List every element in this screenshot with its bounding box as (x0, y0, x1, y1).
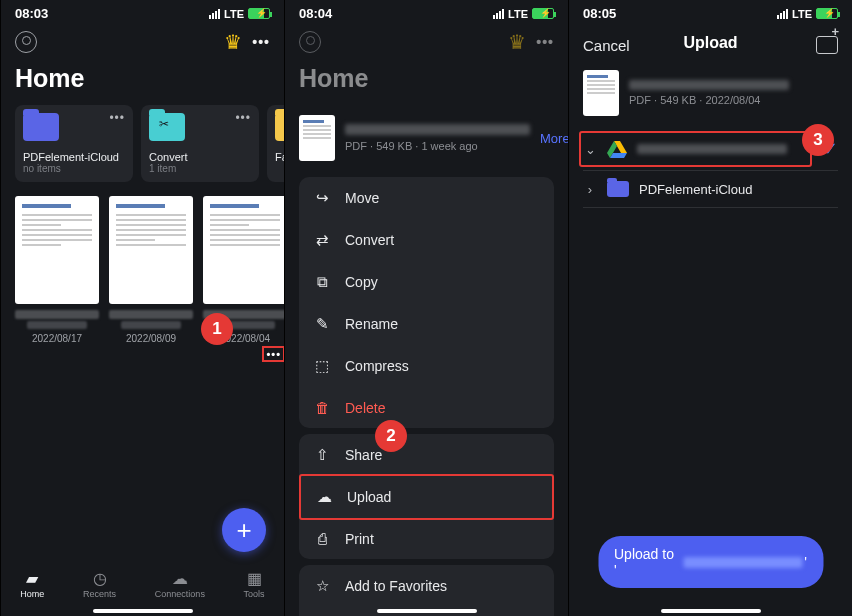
document-item[interactable]: 2022/08/17 (15, 196, 99, 362)
network-label: LTE (224, 8, 244, 20)
home-indicator[interactable] (93, 609, 193, 613)
file-thumbnail (299, 115, 335, 161)
copy-button[interactable]: ⧉Copy (299, 261, 554, 303)
action-menu-2: ⇧Share ☁Upload ⎙Print (299, 434, 554, 559)
share-button[interactable]: ⇧Share (299, 434, 554, 476)
status-bar: 08:04 LTE ⚡ (285, 0, 568, 24)
rename-button[interactable]: ✎Rename (299, 303, 554, 345)
upload-to-button[interactable]: Upload to '' (598, 536, 823, 588)
delete-button[interactable]: 🗑Delete (299, 387, 554, 428)
file-meta: PDF · 549 KB · 2022/08/04 (629, 94, 838, 106)
new-folder-icon[interactable] (816, 36, 838, 54)
clock: 08:03 (15, 6, 48, 21)
doc-more-button[interactable]: ••• (203, 344, 284, 362)
folder-icon (607, 181, 629, 197)
folder-more-icon[interactable]: ••• (109, 111, 125, 125)
convert-icon: ⇄ (313, 231, 331, 249)
favorite-button[interactable]: ☆Add to Favorites (299, 565, 554, 607)
action-menu-1: ↪Move ⇄Convert ⧉Copy ✎Rename ⬚Compress 🗑… (299, 177, 554, 428)
page-title: Home (1, 60, 284, 105)
status-indicators: LTE ⚡ (209, 8, 270, 20)
clock-icon: ◷ (90, 569, 110, 587)
share-icon: ⇧ (313, 446, 331, 464)
header: ♛ ••• (1, 24, 284, 60)
chevron-right-icon[interactable]: › (583, 182, 597, 197)
selected-file: PDF · 549 KB · 1 week ago More (285, 105, 568, 171)
folder-icon: ✂ (149, 113, 185, 141)
file-meta: PDF · 549 KB · 1 week ago (345, 140, 530, 152)
compress-button[interactable]: ⬚Compress (299, 345, 554, 387)
folder-grid: ••• PDFelement-iCloud no items ••• ✂ Con… (1, 105, 284, 192)
doc-thumbnail (203, 196, 284, 304)
folder-convert[interactable]: ••• ✂ Convert 1 item (141, 105, 259, 182)
battery-icon: ⚡ (248, 8, 270, 19)
tab-home[interactable]: ▰Home (20, 569, 44, 599)
upload-title: Upload (683, 34, 737, 52)
home-indicator[interactable] (377, 609, 477, 613)
doc-thumbnail (15, 196, 99, 304)
signal-icon (209, 9, 220, 19)
grid-icon: ▦ (244, 569, 264, 587)
status-indicators: LTE ⚡ (777, 8, 838, 20)
upload-button[interactable]: ☁Upload (299, 474, 554, 520)
file-thumbnail (583, 70, 619, 116)
page-title: Home (285, 60, 568, 105)
file-name-redacted (345, 124, 530, 135)
header-dimmed: ♛ ••• (285, 24, 568, 60)
home-indicator[interactable] (661, 609, 761, 613)
status-bar: 08:05 LTE ⚡ (569, 0, 852, 24)
upload-icon: ☁ (315, 488, 333, 506)
compress-icon: ⬚ (313, 357, 331, 375)
status-indicators: LTE ⚡ (493, 8, 554, 20)
doc-name-redacted (15, 310, 99, 319)
signal-icon (493, 9, 504, 19)
add-fab-button[interactable]: + (222, 508, 266, 552)
signal-icon (777, 9, 788, 19)
clock: 08:05 (583, 6, 616, 21)
print-icon: ⎙ (313, 530, 331, 547)
tab-tools[interactable]: ▦Tools (244, 569, 265, 599)
screen-3-upload: 08:05 LTE ⚡ Cancel Upload PDF · 549 KB ·… (568, 0, 852, 616)
folder-favorites[interactable]: Favori (267, 105, 284, 182)
move-button[interactable]: ↪Move (299, 177, 554, 219)
battery-icon: ⚡ (532, 8, 554, 19)
move-icon: ↪ (313, 189, 331, 207)
doc-name-redacted (109, 310, 193, 319)
status-bar: 08:03 LTE ⚡ (1, 0, 284, 24)
annotation-2: 2 (375, 420, 407, 452)
screen-1-home: 08:03 LTE ⚡ ♛ ••• Home ••• PDFelement-iC… (0, 0, 284, 616)
profile-icon (299, 31, 321, 53)
cloud-icon: ☁ (170, 569, 190, 587)
home-icon: ▰ (22, 569, 42, 587)
premium-icon: ♛ (508, 30, 526, 54)
doc-thumbnail (109, 196, 193, 304)
trash-icon: 🗑 (313, 399, 331, 416)
folder-pdfelement[interactable]: ••• PDFelement-iCloud no items (15, 105, 133, 182)
screen-2-actions: 08:04 LTE ⚡ ♛ ••• Home PDF · 549 KB · 1 … (284, 0, 568, 616)
destination-label: PDFelement-iCloud (639, 182, 752, 197)
profile-icon[interactable] (15, 31, 37, 53)
destination-redacted (683, 557, 802, 568)
rename-icon: ✎ (313, 315, 331, 333)
document-item[interactable]: 2022/08/09 (109, 196, 193, 362)
upload-header: Cancel Upload (569, 24, 852, 64)
more-icon: ••• (536, 34, 554, 50)
premium-icon[interactable]: ♛ (224, 30, 242, 54)
document-grid: 2022/08/17 2022/08/09 2022/08/04 ••• (1, 192, 284, 366)
tab-recents[interactable]: ◷Recents (83, 569, 116, 599)
folder-more-icon[interactable]: ••• (235, 111, 251, 125)
more-icon[interactable]: ••• (252, 34, 270, 50)
file-name-redacted (629, 80, 789, 90)
convert-button[interactable]: ⇄Convert (299, 219, 554, 261)
tab-connections[interactable]: ☁Connections (155, 569, 205, 599)
upload-file-row: PDF · 549 KB · 2022/08/04 (569, 64, 852, 128)
clock: 08:04 (299, 6, 332, 21)
cancel-button[interactable]: Cancel (583, 37, 630, 54)
print-button[interactable]: ⎙Print (299, 518, 554, 559)
more-link[interactable]: More (540, 131, 568, 146)
destination-pdfelement[interactable]: › PDFelement-iCloud (569, 171, 852, 207)
account-name-redacted (637, 144, 787, 154)
tab-bar: ▰Home ◷Recents ☁Connections ▦Tools (1, 560, 284, 616)
star-icon: ☆ (313, 577, 331, 595)
battery-icon: ⚡ (816, 8, 838, 19)
